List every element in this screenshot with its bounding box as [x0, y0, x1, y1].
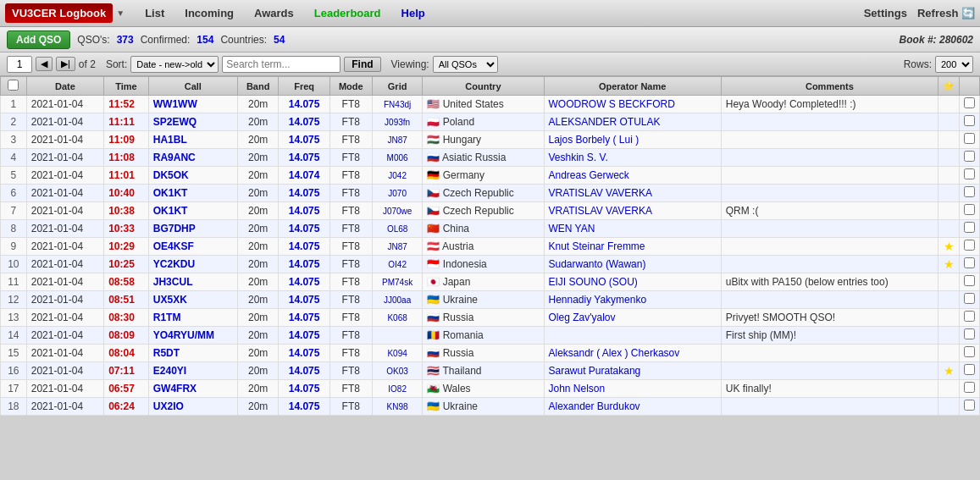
row-number: 11	[1, 273, 27, 291]
col-star[interactable]	[938, 149, 960, 167]
nav-help[interactable]: Help	[391, 7, 435, 19]
col-checkbox[interactable]	[960, 327, 980, 345]
col-operator	[544, 327, 721, 345]
col-star[interactable]	[938, 327, 960, 345]
col-time: 11:11	[104, 113, 149, 131]
sort-label: Sort:	[106, 58, 127, 70]
col-star[interactable]	[938, 220, 960, 238]
rows-select[interactable]: 200 100 50	[935, 56, 973, 73]
col-checkbox[interactable]	[960, 398, 980, 416]
col-star[interactable]	[938, 131, 960, 149]
add-qso-button[interactable]: Add QSO	[7, 30, 70, 49]
col-checkbox[interactable]	[960, 362, 980, 380]
col-call[interactable]: JH3CUL	[148, 273, 237, 291]
col-star[interactable]	[938, 96, 960, 113]
nav-list[interactable]: List	[135, 7, 174, 19]
col-checkbox[interactable]	[960, 202, 980, 220]
nav-awards[interactable]: Awards	[244, 7, 304, 19]
app-title[interactable]: VU3CER Logbook	[5, 3, 113, 23]
header-select-all[interactable]	[1, 77, 27, 96]
col-checkbox[interactable]	[960, 220, 980, 238]
col-checkbox[interactable]	[960, 131, 980, 149]
nav-dropdown-arrow[interactable]: ▼	[116, 8, 125, 18]
col-star[interactable]	[938, 398, 960, 416]
header-grid: Grid	[372, 77, 423, 96]
flag-icon: 🇭🇺	[427, 134, 440, 146]
col-call[interactable]: OE4KSF	[148, 238, 237, 256]
col-star[interactable]	[938, 273, 960, 291]
col-band: 20m	[237, 167, 279, 185]
sort-select[interactable]: Date - new->old Date - old->new	[130, 56, 219, 73]
col-star[interactable]	[938, 380, 960, 398]
row-number: 2	[1, 113, 27, 131]
col-star[interactable]	[938, 113, 960, 131]
page-number-input[interactable]	[7, 56, 32, 73]
col-time: 08:51	[104, 291, 149, 309]
col-call[interactable]: BG7DHP	[148, 220, 237, 238]
col-star[interactable]	[938, 291, 960, 309]
col-star[interactable]: ★	[938, 238, 960, 256]
col-call[interactable]: R5DT	[148, 345, 237, 362]
col-call[interactable]: WW1WW	[148, 96, 237, 113]
col-freq: 14.074	[279, 167, 329, 185]
col-call[interactable]: OK1KT	[148, 202, 237, 220]
col-call[interactable]: GW4FRX	[148, 380, 237, 398]
col-star[interactable]: ★	[938, 256, 960, 273]
nav-refresh[interactable]: Refresh 🔄	[917, 7, 975, 19]
col-checkbox[interactable]	[960, 167, 980, 185]
row-number: 10	[1, 256, 27, 273]
col-call[interactable]: UX5XK	[148, 291, 237, 309]
col-call[interactable]: YO4RYU/MM	[148, 327, 237, 345]
table-row: 7 2021-01-04 10:38 OK1KT 20m 14.075 FT8 …	[1, 202, 980, 220]
col-star[interactable]: ★	[938, 362, 960, 380]
col-checkbox[interactable]	[960, 380, 980, 398]
nav-leaderboard[interactable]: Leaderboard	[304, 7, 391, 19]
col-checkbox[interactable]	[960, 256, 980, 273]
table-row: 10 2021-01-04 10:25 YC2KDU 20m 14.075 FT…	[1, 256, 980, 273]
col-call[interactable]: HA1BL	[148, 131, 237, 149]
col-checkbox[interactable]	[960, 273, 980, 291]
col-grid: J042	[372, 167, 423, 185]
col-country: 🇦🇹 Austria	[423, 238, 544, 256]
viewing-select[interactable]: All QSOs Confirmed	[433, 56, 498, 73]
nav-incoming[interactable]: Incoming	[174, 7, 244, 19]
nav-settings[interactable]: Settings	[864, 7, 907, 19]
find-button[interactable]: Find	[344, 57, 380, 72]
row-number: 14	[1, 327, 27, 345]
col-call[interactable]: R1TM	[148, 309, 237, 327]
header-comments: Comments	[721, 77, 938, 96]
prev-page-button[interactable]: ◀	[36, 57, 53, 71]
search-input[interactable]	[222, 56, 341, 73]
next-page-button[interactable]: ▶|	[56, 57, 75, 71]
col-call[interactable]: OK1KT	[148, 185, 237, 202]
col-time: 10:38	[104, 202, 149, 220]
col-call[interactable]: E240YI	[148, 362, 237, 380]
table-row: 13 2021-01-04 08:30 R1TM 20m 14.075 FT8 …	[1, 309, 980, 327]
col-call[interactable]: YC2KDU	[148, 256, 237, 273]
col-date: 2021-01-04	[26, 273, 103, 291]
col-star[interactable]	[938, 202, 960, 220]
col-checkbox[interactable]	[960, 345, 980, 362]
col-star[interactable]	[938, 345, 960, 362]
col-call[interactable]: DK5OK	[148, 167, 237, 185]
col-call[interactable]: RA9ANC	[148, 149, 237, 167]
row-number: 17	[1, 380, 27, 398]
col-checkbox[interactable]	[960, 96, 980, 113]
col-checkbox[interactable]	[960, 149, 980, 167]
flag-icon: 🇮🇩	[427, 258, 440, 270]
col-checkbox[interactable]	[960, 238, 980, 256]
col-star[interactable]	[938, 167, 960, 185]
col-checkbox[interactable]	[960, 185, 980, 202]
col-checkbox[interactable]	[960, 113, 980, 131]
col-country: 🇯🇵 Japan	[423, 273, 544, 291]
table-row: 16 2021-01-04 07:11 E240YI 20m 14.075 FT…	[1, 362, 980, 380]
row-number: 7	[1, 202, 27, 220]
col-band: 20m	[237, 185, 279, 202]
col-checkbox[interactable]	[960, 309, 980, 327]
col-star[interactable]	[938, 309, 960, 327]
col-call[interactable]: UX2IO	[148, 398, 237, 416]
confirmed-label: Confirmed:	[141, 34, 191, 46]
col-call[interactable]: SP2EWQ	[148, 113, 237, 131]
col-star[interactable]	[938, 185, 960, 202]
col-checkbox[interactable]	[960, 291, 980, 309]
